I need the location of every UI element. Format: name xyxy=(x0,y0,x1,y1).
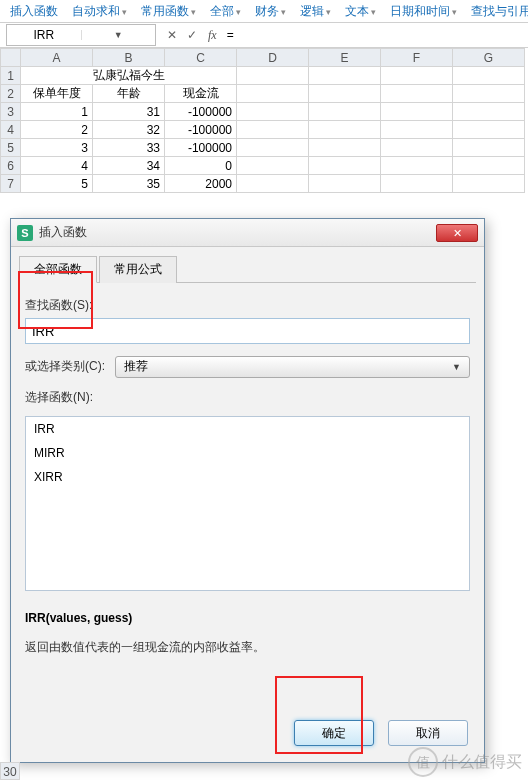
search-label: 查找函数(S): xyxy=(25,297,470,314)
cell[interactable] xyxy=(309,85,381,103)
cell[interactable] xyxy=(309,103,381,121)
category-value: 推荐 xyxy=(124,358,148,375)
select-all-corner[interactable] xyxy=(1,49,21,67)
list-item[interactable]: XIRR xyxy=(26,465,469,489)
col-header[interactable]: F xyxy=(381,49,453,67)
cell[interactable] xyxy=(381,175,453,193)
cell[interactable] xyxy=(381,67,453,85)
list-item[interactable]: IRR xyxy=(26,417,469,441)
cell[interactable]: 2 xyxy=(21,121,93,139)
tab-all-functions[interactable]: 全部函数 xyxy=(19,256,97,283)
search-function-input[interactable] xyxy=(25,318,470,344)
col-header[interactable]: C xyxy=(165,49,237,67)
watermark: 值 什么值得买 xyxy=(408,745,522,779)
cell[interactable] xyxy=(453,175,525,193)
name-box[interactable]: IRR ▼ xyxy=(6,24,156,46)
cell[interactable]: 4 xyxy=(21,157,93,175)
close-icon[interactable]: ✕ xyxy=(436,224,478,242)
cell[interactable]: 现金流 xyxy=(165,85,237,103)
tb-all[interactable]: 全部 xyxy=(204,3,247,20)
cell[interactable] xyxy=(381,103,453,121)
col-header[interactable]: E xyxy=(309,49,381,67)
cell[interactable] xyxy=(309,175,381,193)
cell[interactable]: 32 xyxy=(93,121,165,139)
row-header[interactable]: 1 xyxy=(1,67,21,85)
cancel-icon[interactable]: ✕ xyxy=(162,28,182,42)
tb-autosum[interactable]: 自动求和 xyxy=(66,3,133,20)
cell[interactable] xyxy=(237,139,309,157)
function-listbox[interactable]: IRR MIRR XIRR xyxy=(25,416,470,591)
cell[interactable] xyxy=(453,67,525,85)
col-header[interactable]: B xyxy=(93,49,165,67)
formula-input[interactable] xyxy=(223,24,528,46)
cell[interactable]: -100000 xyxy=(165,121,237,139)
row-header[interactable]: 7 xyxy=(1,175,21,193)
ok-button[interactable]: 确定 xyxy=(294,720,374,746)
fx-icon[interactable]: fx xyxy=(202,28,223,43)
cell[interactable] xyxy=(309,157,381,175)
cell[interactable] xyxy=(453,85,525,103)
list-item[interactable]: MIRR xyxy=(26,441,469,465)
cell[interactable] xyxy=(381,157,453,175)
cell[interactable]: 34 xyxy=(93,157,165,175)
tb-insert-fn[interactable]: 插入函数 xyxy=(4,3,64,20)
cell[interactable]: 2000 xyxy=(165,175,237,193)
select-fn-label: 选择函数(N): xyxy=(25,389,470,406)
col-header[interactable]: G xyxy=(453,49,525,67)
cell[interactable]: -100000 xyxy=(165,139,237,157)
cell[interactable]: -100000 xyxy=(165,103,237,121)
confirm-icon[interactable]: ✓ xyxy=(182,28,202,42)
watermark-icon: 值 xyxy=(408,747,438,777)
cell[interactable] xyxy=(309,121,381,139)
category-select[interactable]: 推荐 ▼ xyxy=(115,356,470,378)
cell[interactable] xyxy=(237,157,309,175)
cell[interactable] xyxy=(309,139,381,157)
name-box-dropdown-icon[interactable]: ▼ xyxy=(81,30,156,40)
name-box-value: IRR xyxy=(7,28,81,42)
cell[interactable]: 3 xyxy=(21,139,93,157)
cell[interactable] xyxy=(381,121,453,139)
cell[interactable] xyxy=(309,67,381,85)
row-header[interactable]: 4 xyxy=(1,121,21,139)
formula-bar: IRR ▼ ✕ ✓ fx xyxy=(0,22,528,48)
cell[interactable]: 5 xyxy=(21,175,93,193)
row-header[interactable]: 30 xyxy=(0,762,20,780)
tb-text[interactable]: 文本 xyxy=(339,3,382,20)
cell[interactable] xyxy=(237,85,309,103)
cell[interactable] xyxy=(237,175,309,193)
cancel-button[interactable]: 取消 xyxy=(388,720,468,746)
watermark-text: 什么值得买 xyxy=(442,752,522,773)
tb-logic[interactable]: 逻辑 xyxy=(294,3,337,20)
col-header[interactable]: A xyxy=(21,49,93,67)
row-header[interactable]: 5 xyxy=(1,139,21,157)
cell[interactable]: 35 xyxy=(93,175,165,193)
tb-common-fn[interactable]: 常用函数 xyxy=(135,3,202,20)
cell[interactable] xyxy=(237,121,309,139)
cell[interactable]: 31 xyxy=(93,103,165,121)
tb-lookup[interactable]: 查找与引用 xyxy=(465,3,528,20)
cell[interactable]: 1 xyxy=(21,103,93,121)
cell[interactable] xyxy=(381,139,453,157)
row-header[interactable]: 2 xyxy=(1,85,21,103)
cell[interactable] xyxy=(453,121,525,139)
cell[interactable] xyxy=(237,67,309,85)
ribbon-toolbar: 插入函数 自动求和 常用函数 全部 财务 逻辑 文本 日期和时间 查找与引用 xyxy=(0,0,528,22)
row-header[interactable]: 3 xyxy=(1,103,21,121)
cell[interactable]: 年龄 xyxy=(93,85,165,103)
spreadsheet-grid[interactable]: A B C D E F G 1 弘康弘福今生 2 保单年度 年龄 现金流 313… xyxy=(0,48,528,193)
dialog-titlebar[interactable]: S 插入函数 ✕ xyxy=(11,219,484,247)
tb-finance[interactable]: 财务 xyxy=(249,3,292,20)
cell[interactable] xyxy=(453,139,525,157)
cell[interactable] xyxy=(453,103,525,121)
row-header[interactable]: 6 xyxy=(1,157,21,175)
cell[interactable]: 保单年度 xyxy=(21,85,93,103)
tab-common-formula[interactable]: 常用公式 xyxy=(99,256,177,283)
cell[interactable] xyxy=(237,103,309,121)
cell[interactable] xyxy=(381,85,453,103)
cell[interactable]: 33 xyxy=(93,139,165,157)
col-header[interactable]: D xyxy=(237,49,309,67)
tb-datetime[interactable]: 日期和时间 xyxy=(384,3,463,20)
cell[interactable]: 0 xyxy=(165,157,237,175)
cell[interactable]: 弘康弘福今生 xyxy=(21,67,237,85)
cell[interactable] xyxy=(453,157,525,175)
